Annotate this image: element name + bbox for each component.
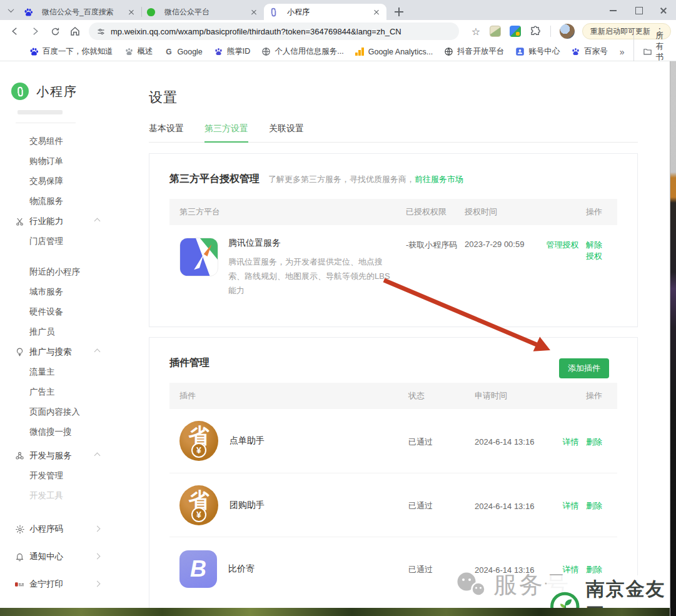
bookmark-label: 个人信用信息服务...	[275, 46, 343, 57]
bookmark-douyin-open[interactable]: 抖音开放平台	[444, 46, 504, 57]
sidebar-item-traffic-monetization[interactable]: 流量主	[0, 362, 144, 382]
sidebar-item-hardware-devices[interactable]: 硬件设备	[0, 302, 144, 322]
sidebar-item-dev-tools[interactable]: 开发工具	[0, 486, 144, 506]
bookmark-overview[interactable]: 概述	[124, 46, 153, 57]
sidebar-item-page-content-access[interactable]: 页面内容接入	[0, 402, 144, 422]
tab-strip: 微信公众号_百度搜索 微信公众平台 小程序	[0, 0, 676, 20]
actions-cell: 管理授权 解除授权	[540, 238, 617, 262]
maximize-button[interactable]	[626, 1, 651, 19]
delete-link[interactable]: 删除	[586, 501, 602, 510]
extension-icon-1[interactable]	[490, 26, 501, 37]
revoke-auth-link[interactable]: 解除授权	[586, 240, 602, 261]
sidebar-item-label: 开发管理	[29, 470, 63, 482]
bookmark-baijiahao[interactable]: 百家号	[571, 46, 608, 57]
plugin-table-header: 插件 状态 申请时间 操作	[169, 383, 617, 409]
bookmarks-bar: 百度一下，你就知道 概述 G Google 熊掌ID 个人信用信息服务... G…	[0, 43, 676, 61]
provider-cell: 腾讯位置服务 腾讯位置服务，为开发者提供定位、地点搜索、路线规划、地图展示、导航…	[169, 238, 398, 298]
new-tab-button[interactable]	[391, 4, 406, 19]
col-header: 操作	[540, 206, 617, 218]
delete-link[interactable]: 删除	[586, 565, 602, 574]
browser-tab-mp-platform[interactable]: 微信公众平台	[141, 4, 264, 20]
plugin-row-order-helper: 省¥ 点单助手 已通过 2024-6-14 13:16 详情 删除	[169, 409, 617, 473]
extensions-puzzle-icon[interactable]	[527, 23, 544, 40]
plugin-name-cell: B 比价寄	[169, 550, 401, 588]
bookmark-star-icon[interactable]: ☆	[472, 26, 480, 38]
close-window-button[interactable]	[651, 1, 676, 19]
bookmarks-overflow-button[interactable]: »	[613, 47, 631, 57]
home-button[interactable]	[66, 23, 84, 40]
sidebar-item-dev-services[interactable]: 开发与服务	[0, 446, 144, 466]
forward-button[interactable]	[26, 23, 44, 40]
chevron-right-icon	[94, 581, 101, 587]
bookmark-credit-info[interactable]: 个人信用信息服务...	[261, 46, 343, 57]
add-plugin-button[interactable]: 添加插件	[559, 358, 609, 378]
delete-link[interactable]: 删除	[586, 437, 602, 447]
bookmark-label: 百家号	[584, 46, 608, 57]
browser-tab-miniprogram-active[interactable]: 小程序	[264, 4, 386, 20]
detail-link[interactable]: 详情	[562, 501, 578, 510]
tab-third-party-settings[interactable]: 第三方设置	[204, 123, 248, 143]
sidebar-item-promoter[interactable]: 推广员	[0, 322, 144, 342]
sidebar-item-miniprogram-code[interactable]: 小程序码	[0, 515, 144, 543]
sidebar-item-trade-guarantee[interactable]: 交易保障	[0, 171, 144, 191]
sidebar-item-label: 开发工具	[29, 490, 63, 502]
sidebar-item-logistics[interactable]: 物流服务	[0, 191, 144, 211]
sidebar-item-city-services[interactable]: 城市服务	[0, 282, 144, 302]
window-controls	[601, 0, 676, 20]
auth-time-cell: 2023-7-29 00:59	[460, 238, 540, 249]
plugin-name: 团购助手	[230, 500, 265, 511]
tab-close-icon[interactable]	[371, 7, 381, 17]
actions-cell: 详情 删除	[551, 435, 617, 448]
service-market-link[interactable]: 前往服务市场	[415, 174, 463, 184]
tab-close-icon[interactable]	[249, 7, 259, 17]
reload-button[interactable]	[46, 23, 64, 40]
sidebar-item-jinning-print[interactable]: 金宁打印	[0, 570, 144, 598]
minimize-button[interactable]	[601, 1, 626, 19]
sidebar-item-wechat-search[interactable]: 微信搜一搜	[0, 422, 144, 442]
third-party-auth-card: 第三方平台授权管理 了解更多第三方服务，寻找优质服务商，前往服务市场 第三方平台…	[149, 153, 638, 327]
bookmark-xiongzhang-id[interactable]: 熊掌ID	[214, 46, 251, 57]
detail-link[interactable]: 详情	[562, 437, 578, 447]
provider-text: 腾讯位置服务 腾讯位置服务，为开发者提供定位、地点搜索、路线规划、地图展示、导航…	[228, 238, 396, 298]
sidebar-item-store-management[interactable]: 门店管理	[0, 231, 144, 251]
tab-search-button[interactable]	[3, 2, 19, 18]
yuan-glyph: ¥	[191, 507, 206, 522]
page-title: 设置	[149, 88, 638, 107]
sidebar-item-industry-capability[interactable]: 行业能力	[0, 211, 144, 231]
extension-icon-2[interactable]	[510, 26, 521, 37]
sheng-coupon-icon: 省¥	[179, 485, 218, 525]
sidebar-item-notification-center[interactable]: 通知中心	[0, 543, 144, 570]
url-text: mp.weixin.qq.com/wxamp/basicprofile/thir…	[111, 27, 401, 36]
yuan-glyph: ¥	[191, 443, 206, 458]
tab-close-icon[interactable]	[126, 7, 136, 17]
account-icon	[515, 47, 525, 56]
browser-tab-baidu-search[interactable]: 微信公众号_百度搜索	[19, 4, 141, 20]
sidebar-item-trade-components[interactable]: 交易组件	[0, 131, 144, 151]
address-bar[interactable]: mp.weixin.qq.com/wxamp/basicprofile/thir…	[89, 23, 459, 40]
analytics-bars-icon	[355, 48, 365, 56]
bookmark-google[interactable]: G Google	[164, 47, 203, 56]
bookmark-baidu[interactable]: 百度一下，你就知道	[29, 46, 113, 57]
app-title: 小程序	[36, 83, 78, 100]
col-header: 授权时间	[460, 206, 540, 218]
tab-related-settings[interactable]: 关联设置	[269, 123, 304, 142]
sidebar-item-promotion-search[interactable]: 推广与搜索	[0, 342, 144, 362]
bookmark-account-center[interactable]: 账号中心	[515, 46, 560, 57]
col-header: 第三方平台	[169, 206, 398, 218]
sidebar-item-dev-management[interactable]: 开发管理	[0, 466, 144, 486]
sidebar-item-nearby-miniprograms[interactable]: 附近的小程序	[0, 262, 144, 282]
sidebar-item-advertiser[interactable]: 广告主	[0, 382, 144, 402]
bookmark-google-analytics[interactable]: Google Analytics...	[355, 48, 433, 56]
toolbar-divider	[550, 26, 551, 37]
tab-basic-settings[interactable]: 基本设置	[149, 123, 184, 142]
sidebar-item-shopping-orders[interactable]: 购物订单	[0, 151, 144, 171]
card-title: 第三方平台授权管理	[169, 173, 260, 186]
back-button[interactable]	[6, 23, 24, 40]
site-controls-icon[interactable]	[96, 27, 106, 36]
profile-avatar[interactable]	[560, 24, 575, 39]
industry-tools-icon	[14, 216, 25, 227]
paw-blue-icon	[214, 47, 223, 56]
manage-auth-link[interactable]: 管理授权	[546, 240, 578, 250]
sidebar-item-label: 小程序码	[29, 523, 63, 535]
plugin-status: 已通过	[401, 498, 470, 512]
